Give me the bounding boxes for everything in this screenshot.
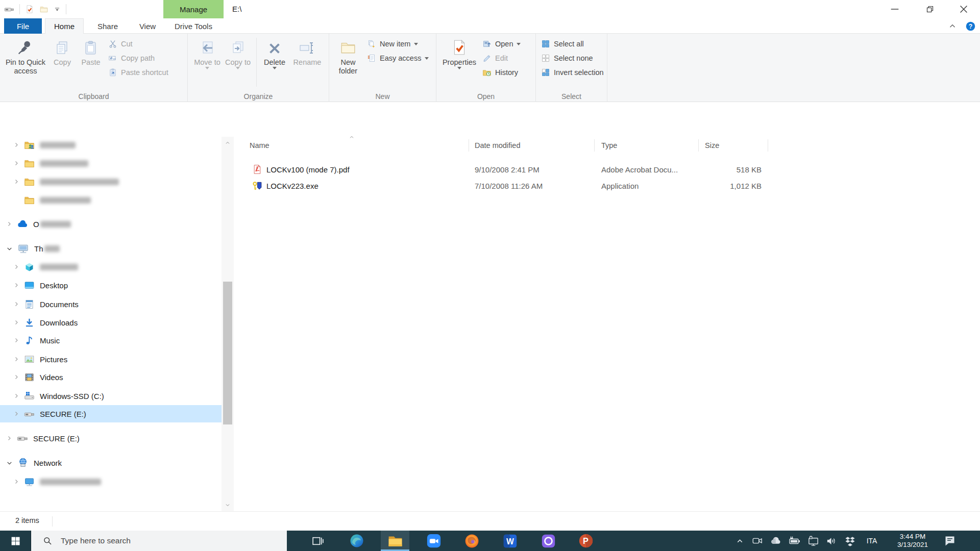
paste-button[interactable]: Paste: [78, 36, 104, 67]
tab-drive-tools[interactable]: Drive Tools: [163, 18, 224, 34]
open-button[interactable]: Open: [482, 38, 521, 50]
chevron-right-icon[interactable]: [13, 282, 19, 288]
column-header-type[interactable]: Type: [601, 137, 617, 154]
sidebar-item-onedrive[interactable]: O: [0, 215, 222, 233]
sidebar-item-downloads[interactable]: Downloads: [0, 314, 222, 331]
sidebar-item-secure-e-root[interactable]: SECURE (E:): [0, 430, 222, 447]
restore-button[interactable]: [913, 0, 947, 18]
sidebar-item-secure-e-selected[interactable]: SECURE (E:): [0, 405, 222, 422]
language-indicator[interactable]: ITA: [861, 531, 883, 551]
sidebar-item-redacted[interactable]: [0, 191, 222, 209]
chevron-right-icon[interactable]: [13, 356, 19, 362]
chevron-right-icon[interactable]: [13, 411, 19, 417]
chevron-right-icon[interactable]: [13, 142, 19, 148]
customize-quick-access-icon[interactable]: [54, 6, 61, 13]
sidebar-item-redacted[interactable]: [0, 155, 222, 172]
battery-icon[interactable]: [787, 531, 802, 551]
edit-button[interactable]: Edit: [482, 52, 521, 64]
clock[interactable]: 3:44 PM 3/13/2021: [889, 531, 936, 551]
copy-button[interactable]: Copy: [49, 36, 76, 67]
paste-shortcut-button[interactable]: Paste shortcut: [108, 66, 168, 79]
taskbar-app-powerpoint[interactable]: [572, 531, 600, 551]
tab-view[interactable]: View: [132, 18, 163, 34]
easy-access-button[interactable]: Easy access: [367, 52, 429, 64]
taskbar-app-firefox[interactable]: [457, 531, 486, 551]
new-folder-button[interactable]: New folder: [333, 36, 363, 76]
column-header-size[interactable]: Size: [705, 137, 719, 154]
taskbar-app-zoom[interactable]: [420, 531, 448, 551]
delete-button[interactable]: Delete: [260, 36, 289, 69]
sidebar-item-redacted[interactable]: [0, 473, 222, 490]
tab-share[interactable]: Share: [90, 18, 126, 34]
sidebar-item-desktop[interactable]: Desktop: [0, 277, 222, 294]
properties-shortcut-icon[interactable]: [25, 5, 34, 14]
sidebar-scrollbar[interactable]: [222, 137, 234, 511]
column-header-name[interactable]: Name: [250, 137, 270, 154]
cut-button[interactable]: Cut: [108, 38, 168, 50]
move-to-button[interactable]: Move to: [193, 36, 222, 69]
scroll-up-icon[interactable]: [222, 137, 234, 149]
column-separator[interactable]: [469, 139, 469, 152]
tab-home[interactable]: Home: [45, 18, 84, 34]
chevron-right-icon[interactable]: [13, 393, 19, 399]
help-button[interactable]: [963, 18, 978, 34]
pin-to-quick-access-button[interactable]: Pin to Quick access: [5, 36, 46, 76]
chevron-right-icon[interactable]: [6, 221, 12, 227]
chevron-down-icon[interactable]: [6, 245, 13, 252]
collapse-ribbon-button[interactable]: [943, 18, 962, 34]
chevron-right-icon[interactable]: [6, 435, 12, 441]
chevron-right-icon[interactable]: [13, 179, 19, 185]
taskbar-app-file-explorer[interactable]: [381, 531, 409, 551]
start-button[interactable]: [0, 531, 31, 551]
select-none-button[interactable]: Select none: [541, 52, 604, 64]
sidebar-item-documents[interactable]: Documents: [0, 295, 222, 313]
file-row-exe[interactable]: LOCKv223.exe 7/10/2008 11:26 AM Applicat…: [234, 178, 775, 194]
sidebar-item-redacted[interactable]: [0, 136, 222, 154]
taskbar-app-edge[interactable]: [342, 531, 371, 551]
contextual-tab-header[interactable]: Manage: [163, 0, 224, 18]
new-folder-shortcut-icon[interactable]: [39, 5, 48, 14]
notification-center-button[interactable]: [941, 531, 959, 551]
new-item-button[interactable]: New item: [367, 38, 429, 50]
close-button[interactable]: [947, 0, 980, 18]
invert-selection-button[interactable]: Invert selection: [541, 66, 604, 79]
tab-file[interactable]: File: [4, 18, 42, 34]
column-header-date-modified[interactable]: Date modified: [475, 137, 520, 154]
column-separator[interactable]: [594, 139, 595, 152]
sidebar-item-music[interactable]: Music: [0, 332, 222, 349]
hidden-icons-button[interactable]: [733, 531, 746, 551]
scroll-down-icon[interactable]: [222, 499, 234, 511]
properties-button[interactable]: Properties: [442, 36, 477, 69]
chevron-down-icon[interactable]: [6, 460, 13, 466]
sidebar-item-videos[interactable]: Videos: [0, 368, 222, 386]
network-tray-icon[interactable]: [805, 531, 821, 551]
chevron-right-icon[interactable]: [13, 160, 19, 166]
taskbar-search-input[interactable]: [61, 536, 255, 545]
dropbox-tray-icon[interactable]: [842, 531, 857, 551]
chevron-right-icon[interactable]: [13, 374, 19, 380]
file-row-pdf[interactable]: LOCKv100 (mode 7).pdf 9/10/2008 2:41 PM …: [234, 161, 775, 178]
onedrive-tray-icon[interactable]: [768, 531, 782, 551]
copy-to-button[interactable]: Copy to: [224, 36, 252, 69]
column-separator[interactable]: [698, 139, 699, 152]
chevron-right-icon[interactable]: [13, 301, 19, 307]
sidebar-item-this-pc[interactable]: Th: [0, 240, 222, 257]
select-all-button[interactable]: Select all: [541, 38, 604, 50]
chevron-right-icon[interactable]: [13, 479, 19, 485]
rename-button[interactable]: Rename: [291, 36, 324, 67]
sidebar-item-windows-ssd-c[interactable]: Windows-SSD (C:): [0, 387, 222, 405]
sidebar-item-pictures[interactable]: Pictures: [0, 350, 222, 368]
sidebar-item-3d-objects[interactable]: [0, 258, 222, 276]
chevron-right-icon[interactable]: [13, 264, 19, 270]
task-view-button[interactable]: [305, 531, 330, 551]
taskbar-app-purple[interactable]: [534, 531, 562, 551]
history-button[interactable]: History: [482, 66, 521, 79]
sidebar-item-network[interactable]: Network: [0, 454, 222, 471]
taskbar-app-word[interactable]: [496, 531, 524, 551]
meet-now-icon[interactable]: [750, 531, 765, 551]
column-separator[interactable]: [768, 139, 768, 152]
scrollbar-thumb[interactable]: [223, 282, 232, 424]
volume-icon[interactable]: [824, 531, 839, 551]
sidebar-item-redacted[interactable]: [0, 173, 222, 190]
chevron-right-icon[interactable]: [13, 319, 19, 325]
